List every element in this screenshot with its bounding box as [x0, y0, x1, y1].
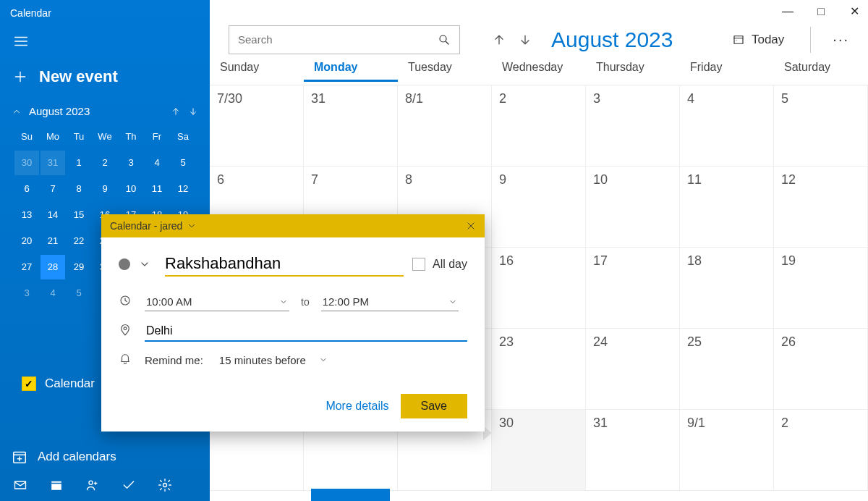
mini-day[interactable]: 9: [93, 177, 117, 201]
arrow-up-icon[interactable]: [171, 106, 181, 117]
close-icon[interactable]: [466, 221, 476, 231]
mini-day[interactable]: 30: [14, 151, 39, 175]
calendar-cell[interactable]: 2: [492, 85, 586, 167]
location-icon: [119, 324, 133, 340]
mini-day[interactable]: 29: [67, 255, 91, 279]
reminder-value: 15 minutes before: [219, 354, 306, 366]
mini-day[interactable]: 11: [145, 177, 169, 201]
calendar-cell[interactable]: 23: [492, 329, 586, 410]
start-time-select[interactable]: 10:00 AM: [145, 292, 289, 311]
calendar-cell[interactable]: 9/1: [680, 410, 774, 491]
mini-dow: Th: [119, 125, 143, 149]
calendar-cell[interactable]: 3: [586, 85, 680, 167]
popup-header[interactable]: Calendar - jared: [101, 214, 485, 237]
reminder-select[interactable]: 15 minutes before: [219, 354, 328, 366]
location-input[interactable]: [145, 321, 467, 342]
svg-rect-1: [15, 481, 26, 489]
mini-day[interactable]: 5: [171, 151, 195, 175]
calendar-cell[interactable]: 19: [774, 248, 868, 329]
mini-day[interactable]: 13: [14, 203, 39, 227]
mini-day[interactable]: 8: [67, 177, 91, 201]
mini-day[interactable]: 31: [41, 151, 65, 175]
calendar-cell[interactable]: 11: [680, 167, 774, 248]
save-button[interactable]: Save: [401, 394, 467, 418]
chevron-down-icon[interactable]: [139, 258, 150, 270]
search-input[interactable]: [238, 33, 438, 46]
next-month-icon[interactable]: [518, 33, 532, 47]
calendar-cell[interactable]: 5: [774, 85, 868, 167]
calendar-cell[interactable]: 31: [304, 85, 398, 167]
settings-icon[interactable]: [158, 478, 172, 492]
more-menu-button[interactable]: ···: [833, 31, 849, 48]
calendar-list-item[interactable]: ✓ Calendar: [22, 376, 95, 391]
calendar-icon[interactable]: [49, 478, 64, 492]
calendar-cell[interactable]: 8/1: [398, 85, 492, 167]
calendar-cell[interactable]: 30: [492, 410, 586, 491]
hamburger-button[interactable]: [0, 33, 210, 63]
mini-dow: Tu: [67, 125, 91, 149]
all-day-toggle[interactable]: All day: [412, 258, 467, 271]
chevron-down-icon: [319, 355, 328, 364]
todo-icon[interactable]: [122, 478, 136, 492]
selection-marker: [311, 489, 390, 501]
mini-day[interactable]: 10: [119, 177, 143, 201]
mini-day[interactable]: 20: [14, 229, 39, 253]
mini-day[interactable]: 2: [93, 151, 117, 175]
minimize-button[interactable]: —: [781, 5, 794, 18]
search-box[interactable]: [229, 25, 460, 54]
calendar-cell[interactable]: 16: [492, 248, 586, 329]
event-title-input[interactable]: [165, 252, 404, 277]
calendar-cell[interactable]: 17: [586, 248, 680, 329]
add-calendars-button[interactable]: Add calendars: [12, 449, 116, 465]
close-button[interactable]: ✕: [848, 4, 861, 18]
calendar-cell[interactable]: 10: [586, 167, 680, 248]
app-title: Calendar: [0, 0, 210, 33]
mini-day[interactable]: 12: [171, 177, 195, 201]
calendar-cell[interactable]: 7/30: [210, 85, 304, 167]
maximize-button[interactable]: □: [814, 5, 827, 18]
checkbox-icon: [412, 258, 425, 271]
mini-day[interactable]: 21: [41, 229, 65, 253]
color-dot-icon[interactable]: [119, 258, 130, 270]
calendar-cell[interactable]: 2: [774, 410, 868, 491]
month-title[interactable]: August 2023: [551, 28, 717, 52]
chevron-down-icon: [279, 298, 288, 306]
calendar-cell[interactable]: 24: [586, 329, 680, 410]
mini-day[interactable]: 1: [67, 151, 91, 175]
mini-month-label[interactable]: August 2023: [29, 105, 90, 117]
calendar-cell[interactable]: 18: [680, 248, 774, 329]
calendar-plus-icon: [12, 449, 27, 465]
chevron-down-icon: [448, 298, 457, 306]
people-icon[interactable]: [85, 478, 100, 492]
end-time-select[interactable]: 12:00 PM: [321, 292, 459, 311]
mini-day[interactable]: 14: [41, 203, 65, 227]
more-details-link[interactable]: More details: [326, 400, 388, 413]
mini-dow: Sa: [171, 125, 195, 149]
mini-day[interactable]: 15: [67, 203, 91, 227]
mini-day[interactable]: 3: [14, 281, 39, 306]
mini-day[interactable]: 7: [41, 177, 65, 201]
arrow-down-icon[interactable]: [188, 106, 198, 117]
calendar-cell[interactable]: 12: [774, 167, 868, 248]
mini-day[interactable]: 5: [67, 281, 91, 306]
svg-rect-6: [734, 35, 743, 43]
mini-day[interactable]: 4: [41, 281, 65, 306]
window-controls: — □ ✕: [781, 4, 861, 18]
calendar-cell[interactable]: 4: [680, 85, 774, 167]
mini-day[interactable]: 4: [145, 151, 169, 175]
prev-month-icon[interactable]: [492, 33, 506, 47]
mini-day[interactable]: 28: [41, 255, 65, 279]
calendar-cell[interactable]: 25: [680, 329, 774, 410]
mail-icon[interactable]: [13, 478, 27, 492]
mini-day[interactable]: 27: [14, 255, 39, 279]
mini-day[interactable]: 3: [119, 151, 143, 175]
chevron-up-icon[interactable]: [12, 106, 22, 117]
calendar-cell[interactable]: 31: [586, 410, 680, 491]
new-event-button[interactable]: New event: [0, 63, 210, 101]
calendar-cell[interactable]: 26: [774, 329, 868, 410]
checkbox-checked-icon[interactable]: ✓: [22, 376, 36, 391]
calendar-cell[interactable]: 9: [492, 167, 586, 248]
mini-day[interactable]: 22: [67, 229, 91, 253]
mini-day[interactable]: 6: [14, 177, 39, 201]
today-button[interactable]: Today: [731, 33, 784, 47]
